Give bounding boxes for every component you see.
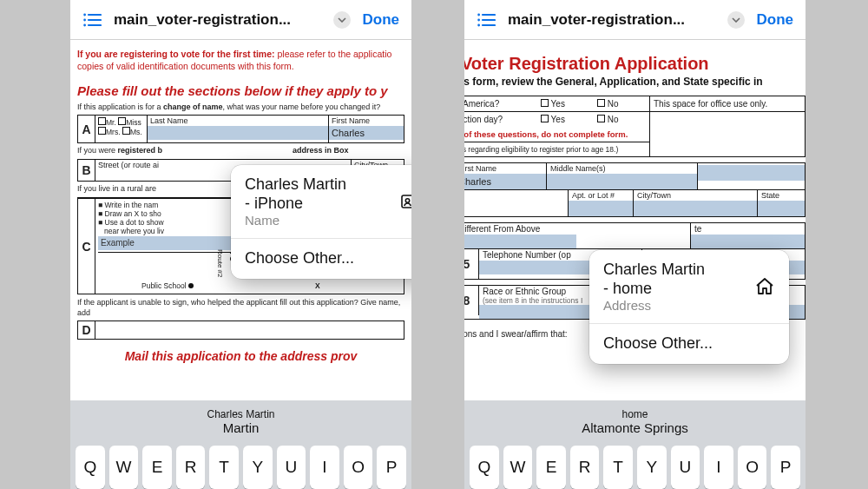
keyboard-row: Q W E R T Y U I O P [70,442,411,489]
svg-point-7 [405,199,409,202]
keyboard: Charles Martin Martin Q W E R T Y U I O … [70,400,411,489]
checkbox-miss[interactable] [118,117,126,125]
phone-right: main_voter-registration... Done Voter Re… [464,0,806,489]
first-name-field[interactable]: Charles [464,174,546,189]
checkbox-yes2[interactable] [541,115,549,122]
phone-left: main_voter-registration... Done If you a… [70,0,411,489]
key-u[interactable]: U [277,446,306,489]
row-letter-c: C [78,199,95,294]
first-name-field[interactable]: Charles [329,126,404,140]
autofill-contact-item[interactable]: Charles Martin - iPhone Name [231,165,411,238]
row-a: A Mr. Miss Mrs. Ms. Last Name First Name… [77,115,404,143]
row-d: D [77,320,404,340]
document-title: main_voter-registration... [114,11,321,29]
key-r[interactable]: R [176,446,206,489]
done-button[interactable]: Done [757,11,794,29]
key-i[interactable]: I [704,446,733,489]
svg-point-15 [477,23,480,26]
city-field[interactable] [634,201,757,216]
section-header: Please fill out the sections below if th… [70,83,411,100]
row-num-5: 5 [464,249,479,279]
row-letter-a: A [78,116,95,142]
home-icon [754,276,775,297]
autofill-address-item[interactable]: Charles Martin - home Address [589,250,789,323]
change-name-line: If this application is for a change of n… [70,102,411,113]
apt-field[interactable] [569,201,633,216]
eligibility-box: f America? Yes No This space for office … [464,96,806,157]
chevron-down-icon[interactable] [727,11,745,29]
last-name-field[interactable] [148,126,328,140]
form-title: Voter Registration Application [464,49,806,76]
middle-name-field[interactable] [547,174,697,189]
key-o[interactable]: O [344,446,373,489]
contact-card-icon [400,191,411,212]
checkbox-no1[interactable] [597,99,605,107]
keyboard-row: Q W E R T Y U I O P [464,442,806,489]
autofill-popup: Charles Martin - home Address Choose Oth… [589,250,789,364]
svg-point-5 [83,23,86,26]
toolbar: main_voter-registration... Done [464,0,806,40]
key-p[interactable]: P [771,446,800,489]
autofill-popup: Charles Martin - iPhone Name Choose Othe… [231,165,411,279]
key-u[interactable]: U [671,446,700,489]
key-w[interactable]: W [503,446,533,489]
addr-row: Apt. or Lot # City/Town State [464,190,806,217]
svg-point-4 [83,18,86,21]
choose-other-item[interactable]: Choose Other... [589,324,789,364]
key-w[interactable]: W [109,446,139,489]
warning-first-time: If you are registering to vote for the f… [70,49,411,61]
last-name-cell: Last Name [148,116,329,142]
first-name-cell: First Name Charles [329,116,404,142]
key-o[interactable]: O [738,446,767,489]
form-subtitle: is form, review the General, Application… [464,76,806,91]
registered-line: If you were registered baddress in Box [70,146,411,156]
list-icon[interactable] [477,12,496,28]
diff-field[interactable] [464,235,576,248]
keyboard-suggestion[interactable]: Charles Martin Martin [70,400,411,442]
state-field[interactable] [758,201,805,216]
keyboard-suggestion[interactable]: home Altamonte Springs [464,400,806,442]
key-e[interactable]: E [142,446,172,489]
svg-point-14 [477,18,480,21]
key-q[interactable]: Q [470,446,499,489]
row-num-8: 8 [464,286,479,315]
key-i[interactable]: I [310,446,339,489]
key-q[interactable]: Q [76,446,105,489]
key-t[interactable]: T [603,446,633,489]
done-button[interactable]: Done [363,11,400,29]
key-t[interactable]: T [209,446,239,489]
toolbar: main_voter-registration... Done [70,0,411,40]
checkbox-mr[interactable] [98,117,106,125]
keyboard: home Altamonte Springs Q W E R T Y U I O… [464,400,806,489]
svg-point-3 [83,13,86,16]
chevron-down-icon[interactable] [333,11,351,29]
key-e[interactable]: E [536,446,566,489]
key-y[interactable]: Y [637,446,667,489]
checkbox-mrs[interactable] [98,127,106,135]
list-icon[interactable] [82,12,102,28]
key-p[interactable]: P [377,446,406,489]
name-row: First Name Charles Middle Name(s) [464,162,806,190]
choose-other-item[interactable]: Choose Other... [231,239,411,279]
key-r[interactable]: R [570,446,600,489]
row-letter-d: D [78,321,95,339]
mail-line: Mail this application to the address pro… [70,348,411,364]
warning-id-docs: copies of valid identification documents… [70,61,411,73]
key-y[interactable]: Y [243,446,273,489]
checkbox-ms[interactable] [122,127,130,135]
svg-point-13 [477,13,480,16]
document-title: main_voter-registration... [508,11,715,29]
row-diff: Different From Above te [464,222,806,249]
checkbox-no2[interactable] [597,115,605,122]
checkbox-yes1[interactable] [541,99,549,107]
salutation-cell: Mr. Miss Mrs. Ms. [95,116,148,142]
row-letter-b: B [78,160,95,181]
